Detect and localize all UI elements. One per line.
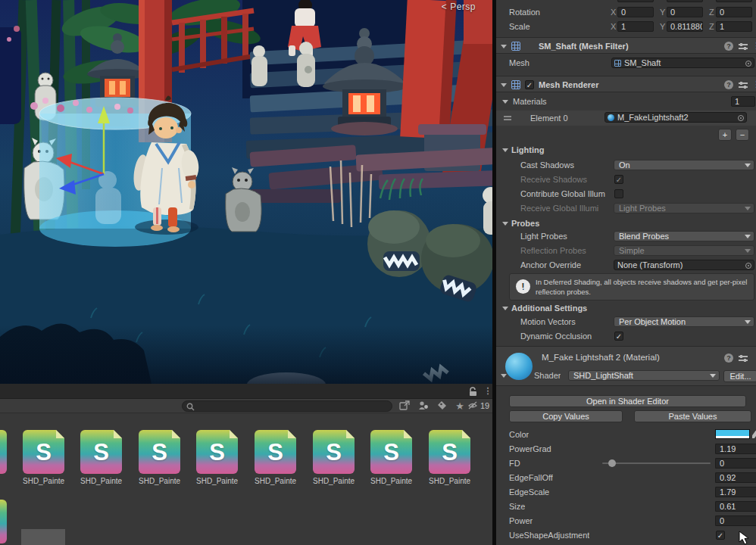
asset-sliver[interactable] xyxy=(0,430,7,474)
receive-shadows-checkbox[interactable]: ✓ xyxy=(614,175,623,184)
light-probes-dropdown[interactable]: Blend Probes xyxy=(614,231,754,241)
color-swatch[interactable] xyxy=(715,429,750,439)
foldout-arrow-icon[interactable] xyxy=(501,374,507,381)
presets-icon[interactable] xyxy=(739,353,748,363)
material-header[interactable]: M_Fake Lightshaft 2 (Material) ? Shader … xyxy=(496,346,756,386)
component-title: SM_Shaft (Mesh Filter) xyxy=(539,38,629,54)
edgescale-row: EdgeScale 1.79 xyxy=(496,486,756,498)
component-enabled-checkbox[interactable]: ✓ xyxy=(525,80,534,89)
anchor-override-field[interactable]: None (Transform) xyxy=(614,260,754,270)
shader-asset-icon: S xyxy=(139,430,180,474)
paste-values-button[interactable]: Paste Values xyxy=(634,410,751,422)
reflection-probes-dropdown[interactable]: Simple xyxy=(614,245,754,256)
mesh-object-field[interactable]: SM_Shaft xyxy=(611,58,754,68)
kebab-menu-icon[interactable]: ⋮ xyxy=(482,385,492,397)
presets-icon[interactable] xyxy=(739,42,748,51)
help-icon[interactable]: ? xyxy=(724,42,733,51)
dynamic-occlusion-checkbox[interactable]: ✓ xyxy=(614,332,623,341)
rotation-x-field[interactable]: 0 xyxy=(617,7,654,17)
additional-settings-foldout[interactable]: Additional Settings xyxy=(496,302,756,314)
size-field[interactable]: 0.61 xyxy=(715,501,756,512)
presets-icon[interactable] xyxy=(739,80,748,89)
label-tag-icon[interactable] xyxy=(437,400,449,412)
edgescale-field[interactable]: 1.79 xyxy=(715,487,756,497)
axis-x-label: X xyxy=(611,20,616,33)
persp-gizmo-label[interactable]: < Persp xyxy=(442,2,476,12)
add-material-button[interactable]: + xyxy=(718,129,732,141)
object-picker-icon[interactable] xyxy=(738,115,744,121)
remove-material-button[interactable]: − xyxy=(736,129,749,141)
scale-y-field[interactable]: 0.811880 xyxy=(667,21,703,32)
mesh-label: Mesh xyxy=(509,57,530,69)
lighting-foldout[interactable]: Lighting xyxy=(496,144,756,156)
useshapeadjustment-checkbox[interactable]: ✓ xyxy=(716,531,725,540)
foldout-arrow-icon[interactable] xyxy=(501,83,507,90)
probes-title: Probes xyxy=(511,217,539,229)
favorites-star-icon[interactable]: ★ xyxy=(454,400,466,412)
object-picker-icon[interactable] xyxy=(745,263,751,269)
motion-vectors-dropdown[interactable]: Per Object Motion xyxy=(614,316,754,327)
fd-slider-track[interactable] xyxy=(602,462,711,464)
scale-x-field[interactable]: 1 xyxy=(617,21,654,32)
rotation-z-field[interactable]: 0 xyxy=(716,7,752,17)
asset-item[interactable]: S SHD_Painte... xyxy=(80,430,122,485)
open-shader-editor-button[interactable]: Open in Shader Editor xyxy=(509,395,746,407)
lock-icon[interactable] xyxy=(468,387,477,397)
material-element-row[interactable]: Element 0 M_FakeLightshaft2 xyxy=(496,111,756,126)
rotation-y-field[interactable]: 0 xyxy=(667,7,703,17)
fd-field[interactable]: 0 xyxy=(715,458,756,469)
fd-slider-handle[interactable] xyxy=(608,459,616,467)
drag-handle-icon[interactable] xyxy=(504,116,511,117)
search-by-type-icon[interactable] xyxy=(418,400,430,412)
anchor-override-row: Anchor Override None (Transform) xyxy=(496,259,756,271)
material-object-field[interactable]: M_FakeLightshaft2 xyxy=(604,112,747,123)
foldout-arrow-icon[interactable] xyxy=(501,45,507,51)
foldout-arrow-icon[interactable] xyxy=(502,148,508,155)
info-icon: ! xyxy=(516,279,530,294)
receive-gi-dropdown[interactable]: Light Probes xyxy=(614,203,754,213)
power-field[interactable]: 0 xyxy=(715,515,756,526)
asset-item[interactable]: S SHD_Painte... xyxy=(313,430,355,485)
position-y-field[interactable] xyxy=(667,0,703,2)
materials-count-field[interactable]: 1 xyxy=(731,96,755,107)
material-list-buttons: + − xyxy=(496,129,756,141)
edgefalloff-field[interactable]: 0.92 xyxy=(715,472,756,483)
mesh-icon xyxy=(614,60,621,67)
eyedropper-icon[interactable] xyxy=(752,430,756,438)
asset-item-grey[interactable] xyxy=(21,529,65,545)
receive-shadows-label: Receive Shadows xyxy=(520,173,587,185)
cast-shadows-label: Cast Shadows xyxy=(520,159,574,171)
open-new-window-icon[interactable] xyxy=(399,400,411,412)
asset-item[interactable]: S SHD_Painte... xyxy=(370,430,412,485)
asset-sliver[interactable] xyxy=(0,500,7,543)
asset-item[interactable]: S SHD_Painte... xyxy=(429,430,470,485)
position-z-field[interactable] xyxy=(716,0,752,2)
help-icon[interactable]: ? xyxy=(724,353,733,363)
object-picker-icon[interactable] xyxy=(745,61,751,67)
cast-shadows-dropdown[interactable]: On xyxy=(614,160,754,170)
scale-z-field[interactable]: 1 xyxy=(716,21,752,32)
asset-item[interactable]: S SHD_Painte... xyxy=(255,430,296,485)
edit-shader-button[interactable]: Edit... xyxy=(723,370,756,382)
position-x-field[interactable] xyxy=(617,0,654,2)
materials-row[interactable]: Materials 1 xyxy=(496,95,756,107)
foldout-arrow-icon[interactable] xyxy=(502,222,508,229)
hidden-eye-icon[interactable] xyxy=(467,400,480,412)
search-input[interactable] xyxy=(182,400,392,412)
foldout-arrow-icon[interactable] xyxy=(502,100,508,107)
scene-view[interactable]: < Persp xyxy=(0,0,492,384)
kebab-menu-icon[interactable]: ⋮ xyxy=(752,79,756,89)
copy-values-button[interactable]: Copy Values xyxy=(509,410,623,422)
help-icon[interactable]: ? xyxy=(724,80,733,89)
contribute-gi-checkbox[interactable] xyxy=(614,189,623,198)
mesh-renderer-header[interactable]: ✓ Mesh Renderer ? ⋮ xyxy=(496,76,756,92)
asset-item[interactable]: S SHD_Painte... xyxy=(139,430,180,485)
kebab-menu-icon[interactable]: ⋮ xyxy=(752,41,756,51)
shader-dropdown[interactable]: SHD_LightShaft xyxy=(568,370,720,381)
asset-item[interactable]: S SHD_Painte... xyxy=(196,430,238,485)
mesh-filter-header[interactable]: SM_Shaft (Mesh Filter) ? ⋮ xyxy=(496,37,756,54)
asset-item[interactable]: S SHD_Painte... xyxy=(23,430,64,485)
probes-foldout[interactable]: Probes xyxy=(496,217,756,229)
foldout-arrow-icon[interactable] xyxy=(502,307,508,313)
powergrad-field[interactable]: 1.19 xyxy=(715,444,756,454)
